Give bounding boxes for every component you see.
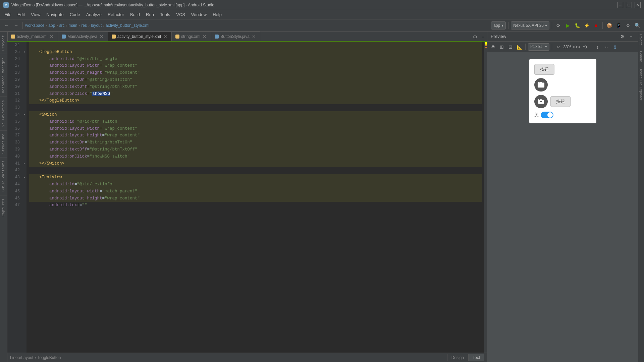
fold-toggle-43[interactable]: ▾ <box>22 176 26 180</box>
preview-constraints-button[interactable]: ⊡ <box>507 43 514 51</box>
attach-button[interactable]: ⚡ <box>583 21 591 29</box>
breadcrumb-main[interactable]: main <box>68 23 77 28</box>
stop-button[interactable]: ■ <box>592 21 600 29</box>
menu-file[interactable]: File <box>2 11 14 18</box>
tab-close-icon-3[interactable]: ✕ <box>163 34 168 39</box>
sidebar-project-tab[interactable]: Project <box>0 32 7 54</box>
breadcrumb-linearlayout[interactable]: LinearLayout <box>10 355 33 360</box>
menu-navigate[interactable]: Navigate <box>44 11 66 18</box>
avd-manager-button[interactable]: 📱 <box>614 21 623 29</box>
menu-edit[interactable]: Edit <box>15 11 28 18</box>
breadcrumb: workspace › app › src › main › res › lay… <box>25 23 149 28</box>
tab-strings[interactable]: strings.xml ✕ <box>172 32 211 41</box>
preview-next-button[interactable]: >>> <box>573 43 580 51</box>
sync-button[interactable]: ⟳ <box>554 21 562 29</box>
run-button[interactable]: ▶ <box>564 21 572 29</box>
sidebar-favorites-tab[interactable]: 2: Favorites <box>0 97 7 130</box>
app-dropdown[interactable]: app ▾ <box>491 21 506 29</box>
menu-vcs[interactable]: VCS <box>173 11 188 18</box>
pixel-mode-select[interactable]: Pixel ▾ <box>528 43 549 51</box>
preview-settings-button[interactable]: ⚙ <box>619 33 626 40</box>
fold-toggle-25[interactable]: ▾ <box>22 50 26 54</box>
tab-expand-button[interactable]: − <box>479 33 487 41</box>
xml-icon <box>11 35 15 39</box>
breadcrumb-src[interactable]: src <box>59 23 64 28</box>
preview-camera-2 <box>534 95 548 108</box>
fold-toggle-34[interactable]: ▾ <box>22 113 26 117</box>
code-line-41: ></Switch> <box>29 160 482 167</box>
debug-button[interactable]: 🐛 <box>573 21 581 29</box>
preview-grid-button[interactable]: ⊞ <box>498 43 505 51</box>
preview-horiz-button[interactable]: ↔ <box>602 43 610 51</box>
sidebar-captures-tab[interactable]: Captures <box>0 195 7 220</box>
tab-close-icon[interactable]: ✕ <box>49 34 54 39</box>
preview-eye-button[interactable]: 👁 <box>489 43 497 51</box>
menu-build[interactable]: Build <box>127 11 143 18</box>
preview-header: Preview ⚙ − <box>487 32 638 42</box>
maximize-button[interactable]: □ <box>626 2 632 8</box>
window-controls[interactable]: ─ □ ✕ <box>617 2 641 8</box>
menu-run[interactable]: Run <box>143 11 157 18</box>
menu-tools[interactable]: Tools <box>157 11 173 18</box>
close-button[interactable]: ✕ <box>635 2 641 8</box>
breadcrumb-app[interactable]: app <box>48 23 55 28</box>
fold-gutter: ▾ ▾ ▸ <box>22 42 26 353</box>
minimize-button[interactable]: ─ <box>617 2 623 8</box>
chevron-down-icon: ▾ <box>501 23 503 28</box>
sidebar-structure-tab[interactable]: Structure <box>0 130 7 157</box>
tab-close-icon-2[interactable]: ✕ <box>99 34 104 39</box>
search-everywhere-button[interactable]: 🔍 <box>633 21 641 29</box>
preview-vert-button[interactable]: ↕ <box>594 43 601 51</box>
tab-close-icon-5[interactable]: ✕ <box>251 34 257 39</box>
settings-button[interactable]: ⚙ <box>624 21 632 29</box>
menu-view[interactable]: View <box>28 11 43 18</box>
tab-mainactivity[interactable]: MainActivity.java ✕ <box>58 32 108 41</box>
tab-close-icon-4[interactable]: ✕ <box>202 34 207 39</box>
sidebar-build-tab[interactable]: Build Variants <box>0 157 7 195</box>
breadcrumb-layout[interactable]: layout <box>91 23 102 28</box>
tab-label-buttonstyle: ButtonStyle.java <box>220 34 250 39</box>
main-layout: Project Resource Manager 2: Favorites St… <box>0 32 644 362</box>
design-tab[interactable]: Design <box>447 354 468 361</box>
tab-settings-button[interactable]: ⚙ <box>471 33 479 41</box>
breadcrumb-workspace[interactable]: workspace <box>25 23 44 28</box>
breadcrumb-file[interactable]: activity_button_style.xml <box>106 23 149 28</box>
sep3 <box>552 22 552 29</box>
preview-switch-row: 关 <box>534 112 591 118</box>
breadcrumb-togglebutton[interactable]: ToggleButton <box>37 355 61 360</box>
preview-minimize-button[interactable]: − <box>627 33 635 40</box>
code-editor[interactable]: 24 25 26 27 28 29 30 31 32 33 34 35 36 3… <box>7 42 487 353</box>
sidebar-gradle-tab[interactable]: Gradle <box>638 48 644 65</box>
fold-toggle-41[interactable]: ▸ <box>22 162 26 166</box>
menu-refactor[interactable]: Refactor <box>105 11 127 18</box>
back-button[interactable]: ← <box>3 21 11 29</box>
text-tab[interactable]: Text <box>468 354 484 361</box>
indicator-mark <box>485 45 487 46</box>
tab-buttonstyle[interactable]: ButtonStyle.java ✕ <box>211 32 260 41</box>
preview-blueprint-button[interactable]: 📐 <box>516 43 523 51</box>
menu-code[interactable]: Code <box>67 11 83 18</box>
tab-activity-main[interactable]: activity_main.xml ✕ <box>7 32 58 41</box>
menu-window[interactable]: Window <box>189 11 209 18</box>
tab-activity-button-style[interactable]: activity_button_style.xml ✕ <box>108 32 172 41</box>
sidebar-resource-manager-tab[interactable]: Resource Manager <box>0 54 7 97</box>
menu-help[interactable]: Help <box>210 11 224 18</box>
preview-fit-button[interactable]: ⟲ <box>581 43 589 51</box>
device-dropdown[interactable]: Nexus 5X API 26 ▾ <box>511 21 549 29</box>
sidebar-palette-tab[interactable]: Palette <box>638 32 644 48</box>
forward-button[interactable]: → <box>12 21 20 29</box>
preview-info-button[interactable]: ℹ <box>611 43 619 51</box>
preview-prev-button[interactable]: ‹‹ <box>554 43 562 51</box>
window-title: WidgetDemo [D:\Android\workspace] — ...\… <box>11 3 214 7</box>
preview-switch-widget[interactable] <box>541 112 553 118</box>
sep1 <box>22 22 23 29</box>
sidebar-device-file-tab[interactable]: Device File Explorer <box>638 65 644 103</box>
preview-widget-button1: 按钮 <box>534 64 554 75</box>
code-content[interactable]: <ToggleButton android:id="@+id/btn_toggl… <box>26 42 484 353</box>
menu-analyze[interactable]: Analyze <box>84 11 104 18</box>
android-preview: 按钮 按钮 关 <box>529 59 596 123</box>
sdk-manager-button[interactable]: 📦 <box>605 21 613 29</box>
code-line-35: android:id="@+id/btn_switch" <box>29 118 482 125</box>
code-line-27: android:layout_width="wrap_content" <box>29 62 482 69</box>
breadcrumb-res[interactable]: res <box>81 23 87 28</box>
